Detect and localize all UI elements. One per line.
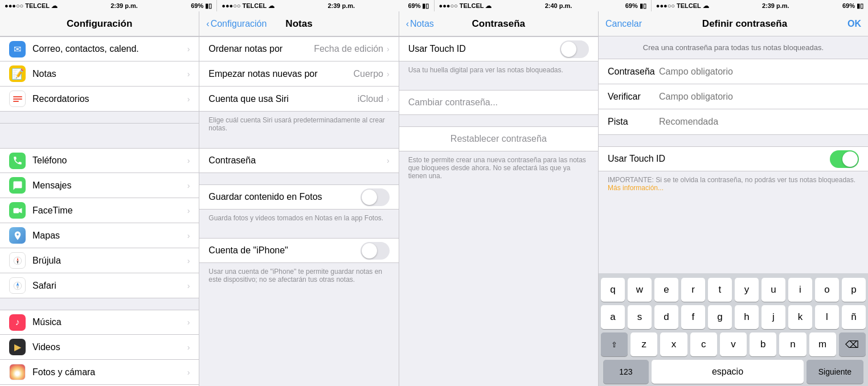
videos-icon: ▶ [9, 339, 26, 355]
settings-item-messages[interactable]: Mensajes › [0, 173, 199, 198]
key-z[interactable]: z [630, 332, 657, 356]
settings-item-compass[interactable]: Brújula › [0, 248, 199, 273]
key-v[interactable]: v [720, 332, 747, 356]
hint-field-label: Pista [608, 117, 659, 127]
key-b[interactable]: b [750, 332, 776, 356]
key-a[interactable]: a [601, 305, 625, 329]
notes-label: Notas [32, 69, 187, 79]
touchid-desc: Usa tu huella digital para ver las notas… [399, 61, 598, 79]
settings-item-mail[interactable]: ✉ Correo, contactos, calend. › [0, 36, 199, 61]
videos-label: Videos [32, 342, 187, 352]
messages-icon [9, 177, 26, 194]
key-y[interactable]: y [735, 278, 759, 302]
compass-icon [9, 252, 26, 269]
time-3: 2:40 p.m. [545, 2, 572, 9]
chevron-icon: › [387, 95, 390, 104]
key-q[interactable]: q [601, 278, 625, 302]
password-input[interactable] [659, 67, 859, 77]
key-n[interactable]: n [779, 332, 806, 356]
key-n-tilde[interactable]: ñ [842, 305, 866, 329]
key-x[interactable]: x [660, 332, 687, 356]
space-key[interactable]: espacio [652, 360, 804, 384]
settings-item-notes[interactable]: 📝 Notas › [0, 61, 199, 87]
more-info-link[interactable]: Más información... [608, 184, 664, 192]
pw-item-change[interactable]: Cambiar contraseña... [399, 90, 598, 115]
key-d[interactable]: d [654, 305, 678, 329]
chevron-icon: › [187, 156, 190, 165]
pw-item-touchid[interactable]: Usar Touch ID [399, 36, 598, 61]
notes-item-siri[interactable]: Cuenta que usa Siri iCloud › [199, 87, 398, 112]
notes-section-3: Guardar contenido en Fotos Guarda fotos … [199, 184, 398, 227]
shift-key[interactable]: ⇧ [601, 332, 628, 356]
panel-definir-contrasena: Cancelar Definir contraseña OK Crea una … [599, 11, 868, 386]
iphone-toggle[interactable] [361, 242, 390, 260]
hint-input[interactable] [659, 117, 859, 127]
panel-configuracion: Configuración ✉ Correo, contactos, calen… [0, 11, 199, 386]
settings-item-phone-2[interactable]: Teléfono › [0, 148, 199, 173]
touch-id-toggle[interactable] [830, 150, 859, 168]
carrier-3: ●●●○○ TELCEL ☁ [439, 2, 492, 10]
key-m[interactable]: m [809, 332, 836, 356]
status-bars: ●●●○○ TELCEL ☁ 2:39 p.m. 69% ▮▯ ●●●○○ TE… [0, 0, 868, 11]
svg-marker-9 [16, 282, 19, 286]
next-key[interactable]: Siguiente [806, 360, 863, 384]
settings-item-safari[interactable]: Safari › [0, 273, 199, 298]
reset-desc: Esto te permite crear una nueva contrase… [399, 151, 598, 184]
cancel-button[interactable]: Cancelar [605, 19, 642, 29]
num-key[interactable]: 123 [603, 360, 649, 384]
key-k[interactable]: k [788, 305, 812, 329]
key-h[interactable]: h [735, 305, 759, 329]
chevron-icon: › [187, 281, 190, 290]
mail-label: Correo, contactos, calend. [32, 44, 187, 54]
key-j[interactable]: j [761, 305, 785, 329]
verify-input[interactable] [659, 92, 859, 102]
maps-icon [9, 227, 26, 244]
notes-item-sort[interactable]: Ordenar notas por Fecha de edición › [199, 36, 398, 61]
siri-label: Cuenta que usa Siri [208, 94, 357, 104]
key-f[interactable]: f [681, 305, 705, 329]
key-c[interactable]: c [690, 332, 717, 356]
key-i[interactable]: i [788, 278, 812, 302]
svg-marker-6 [17, 257, 18, 261]
touchid-toggle[interactable] [560, 40, 589, 58]
settings-item-videos[interactable]: ▶ Videos › [0, 335, 199, 360]
key-g[interactable]: g [708, 305, 732, 329]
notes-item-password[interactable]: Contraseña › [199, 148, 398, 173]
reset-password-button[interactable]: Restablecer contraseña [399, 126, 598, 151]
facetime-label: FaceTime [32, 206, 187, 216]
savephotos-toggle[interactable] [361, 188, 390, 206]
back-to-notas[interactable]: ‹ Notas [406, 19, 434, 29]
pw-section-change: Cambiar contraseña... [399, 90, 598, 115]
notes-item-start[interactable]: Empezar notas nuevas por Cuerpo › [199, 61, 398, 87]
settings-item-phone[interactable] [0, 123, 199, 148]
key-w[interactable]: w [628, 278, 652, 302]
reminders-icon [9, 91, 26, 107]
notes-item-iphone[interactable]: Cuenta de "iPhone" [199, 238, 398, 263]
music-icon: ♪ [9, 314, 26, 331]
key-e[interactable]: e [654, 278, 678, 302]
sort-label: Ordenar notas por [208, 44, 314, 54]
key-l[interactable]: l [815, 305, 839, 329]
key-p[interactable]: p [842, 278, 866, 302]
back-to-configuracion[interactable]: ‹ Configuración [206, 19, 267, 29]
notes-item-savephotos[interactable]: Guardar contenido en Fotos [199, 184, 398, 210]
settings-item-photos[interactable]: Fotos y cámara › [0, 360, 199, 385]
settings-item-facetime[interactable]: FaceTime › [0, 198, 199, 223]
siri-value: iCloud [358, 94, 383, 104]
backspace-key[interactable]: ⌫ [839, 332, 866, 356]
settings-item-reminders[interactable]: Recordatorios › [0, 87, 199, 112]
key-t[interactable]: t [708, 278, 732, 302]
key-o[interactable]: o [815, 278, 839, 302]
key-s[interactable]: s [628, 305, 652, 329]
definir-title: Definir contraseña [702, 18, 787, 30]
settings-item-maps[interactable]: Mapas › [0, 223, 199, 248]
svg-marker-7 [17, 261, 18, 264]
ok-button[interactable]: OK [847, 19, 861, 29]
touchid-label: Usar Touch ID [408, 44, 560, 54]
svg-rect-1 [13, 98, 22, 100]
key-u[interactable]: u [761, 278, 785, 302]
password-field-label: Contraseña [608, 67, 659, 77]
touch-id-label: Usar Touch ID [608, 154, 830, 164]
key-r[interactable]: r [681, 278, 705, 302]
settings-item-music[interactable]: ♪ Música › [0, 310, 199, 335]
